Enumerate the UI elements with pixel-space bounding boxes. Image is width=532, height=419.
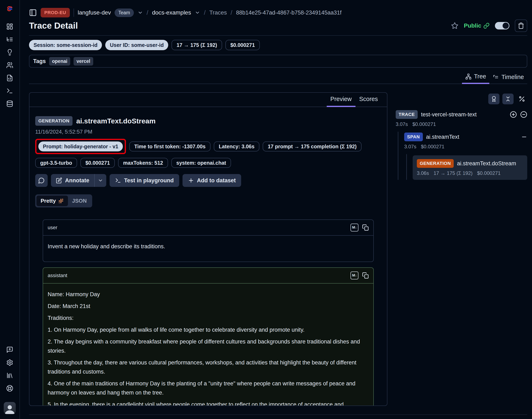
trace-children: SPAN ai.streamText 3.07s $0.000271 bbox=[398, 132, 527, 180]
tracing-icon[interactable] bbox=[6, 35, 14, 44]
breadcrumb-org[interactable]: langfuse-dev bbox=[78, 9, 111, 16]
observation-timestamp: 11/16/2024, 5:52:57 PM bbox=[35, 129, 381, 135]
feedback-icon[interactable] bbox=[6, 346, 14, 354]
markdown-toggle-icon[interactable]: M↓ bbox=[350, 223, 359, 232]
public-label: Public bbox=[464, 22, 481, 29]
assistant-message-tools: M↓ bbox=[350, 272, 369, 279]
collapse-all-circle-minus-icon[interactable] bbox=[520, 111, 527, 118]
edit-pen-icon bbox=[56, 177, 62, 183]
add-to-dataset-button[interactable]: Add to dataset bbox=[183, 174, 241, 187]
observation-header: GENERATION ai.streamText.doStream bbox=[35, 116, 381, 126]
trace-name: test-vercel-stream-text bbox=[421, 111, 477, 118]
trace-meta-row: Session: some-session-id User ID: some-u… bbox=[29, 40, 527, 50]
docs-library-icon[interactable] bbox=[6, 371, 14, 380]
assistant-message-card: assistant M↓ Name: Harmony Day Dat bbox=[43, 267, 374, 406]
breadcrumb-trace-id: 88b14e25-47ad-4867-b758-2349145aa31f bbox=[236, 10, 341, 16]
latency-badge: Latency: 3.06s bbox=[214, 142, 259, 151]
assistant-role-label: assistant bbox=[48, 273, 67, 278]
delete-trace-button[interactable] bbox=[515, 19, 527, 32]
assistant-line: 3. Throughout the day, there are various… bbox=[48, 358, 369, 376]
copy-icon[interactable] bbox=[362, 224, 369, 231]
model-badge: gpt-3.5-turbo bbox=[35, 158, 77, 168]
tab-preview[interactable]: Preview bbox=[327, 93, 356, 107]
datasets-database-icon[interactable] bbox=[6, 100, 14, 108]
sidebar-collapse-icon[interactable] bbox=[29, 9, 37, 17]
span-cost: $0.000271 bbox=[421, 144, 444, 150]
user-message-header: user M↓ bbox=[43, 220, 373, 235]
assistant-line: Date: March 21st bbox=[48, 301, 369, 311]
markdown-toggle-icon[interactable]: M↓ bbox=[350, 272, 359, 279]
plus-icon bbox=[188, 177, 194, 183]
span-stats: 3.07s $0.000271 bbox=[404, 144, 527, 150]
header-divider bbox=[29, 35, 527, 36]
test-in-playground-button[interactable]: Test in playground bbox=[110, 174, 179, 187]
assistant-line: 5. In the evening, there is a candleligh… bbox=[48, 400, 369, 406]
assistant-line: 4. One of the main traditions of Harmony… bbox=[48, 379, 369, 397]
generation-latency: 3.06s bbox=[417, 170, 429, 176]
annotate-dropdown-chevron-icon[interactable] bbox=[95, 174, 106, 187]
tree-actions bbox=[396, 93, 527, 104]
generation-type-badge: GENERATION bbox=[417, 159, 454, 168]
public-toggle[interactable] bbox=[495, 22, 509, 29]
outer-container-border bbox=[29, 414, 527, 415]
trace-tree-panel: TRACE test-vercel-stream-text 3.07 bbox=[396, 92, 527, 406]
timeline-icon bbox=[493, 74, 499, 80]
bookmark-star-icon[interactable] bbox=[451, 22, 458, 29]
tag-openai[interactable]: openai bbox=[49, 57, 70, 65]
playground-terminal-icon[interactable] bbox=[6, 87, 14, 95]
tab-timeline-label: Timeline bbox=[501, 74, 524, 80]
expand-all-circle-plus-icon[interactable] bbox=[510, 111, 517, 118]
tag-vercel[interactable]: vercel bbox=[74, 57, 93, 65]
comment-button[interactable] bbox=[35, 174, 48, 187]
users-icon[interactable] bbox=[6, 61, 14, 69]
generation-node-header: GENERATION ai.streamText.doStream bbox=[417, 159, 523, 168]
settings-gear-icon[interactable] bbox=[6, 358, 14, 367]
json-toggle[interactable]: JSON bbox=[68, 196, 91, 206]
org-chevron-down-icon[interactable] bbox=[137, 10, 143, 15]
breadcrumb-divider bbox=[74, 9, 74, 17]
sidebar-nav bbox=[0, 0, 20, 419]
annotate-button[interactable]: Annotate bbox=[51, 174, 94, 187]
tab-timeline[interactable]: Timeline bbox=[489, 73, 527, 84]
user-avatar[interactable] bbox=[4, 402, 16, 414]
langfuse-logo-icon[interactable] bbox=[6, 5, 14, 13]
token-usage-badge: 17 → 175 (Σ 192) bbox=[172, 40, 222, 50]
prompts-lightbulb-icon[interactable] bbox=[6, 48, 14, 56]
observation-name: ai.streamText.doStream bbox=[76, 117, 156, 125]
panel-tabs: Preview Scores bbox=[29, 93, 387, 107]
public-link[interactable]: Public bbox=[464, 22, 490, 29]
breadcrumb-traces[interactable]: Traces bbox=[210, 9, 227, 16]
support-lifebuoy-icon[interactable] bbox=[6, 384, 14, 393]
obs-cost-badge: $0.000271 bbox=[80, 158, 115, 168]
span-type-badge: SPAN bbox=[404, 132, 423, 141]
prompt-badge[interactable]: Prompt: holiday-generator - v1 bbox=[38, 142, 123, 151]
project-chevron-down-icon[interactable] bbox=[195, 10, 200, 15]
metrics-percent-icon[interactable] bbox=[517, 93, 527, 104]
dashboard-icon[interactable] bbox=[6, 22, 14, 31]
format-toggle: Pretty JSON bbox=[35, 194, 92, 208]
test-in-playground-label: Test in playground bbox=[124, 177, 174, 184]
span-node-row[interactable]: SPAN ai.streamText bbox=[404, 132, 527, 141]
trace-node-row[interactable]: TRACE test-vercel-stream-text bbox=[396, 110, 527, 119]
collapse-all-button[interactable] bbox=[502, 93, 514, 104]
tab-tree[interactable]: Tree bbox=[462, 73, 490, 84]
assistant-message-header: assistant M↓ bbox=[43, 268, 373, 283]
user-id-badge[interactable]: User ID: some-user-id bbox=[105, 40, 168, 50]
breadcrumb-separator: / bbox=[204, 9, 206, 16]
copy-icon[interactable] bbox=[362, 272, 369, 279]
system-badge: system: openai.chat bbox=[171, 158, 231, 168]
trace-type-badge: TRACE bbox=[396, 110, 418, 119]
generation-node-row[interactable]: GENERATION ai.streamText.doStream 3.06s … bbox=[413, 155, 527, 180]
pretty-toggle[interactable]: Pretty bbox=[37, 196, 68, 206]
breadcrumb: PROD-EU langfuse-dev Team / docs-example… bbox=[29, 7, 527, 18]
breadcrumb-separator: / bbox=[231, 9, 232, 16]
assistant-line: 2. The day begins with a community break… bbox=[48, 337, 369, 355]
annotate-award-button[interactable] bbox=[488, 93, 499, 104]
collapse-span-minus-icon[interactable] bbox=[521, 134, 527, 140]
tab-scores[interactable]: Scores bbox=[356, 93, 382, 107]
file-code-icon[interactable] bbox=[6, 74, 14, 82]
page-title: Trace Detail bbox=[29, 21, 78, 31]
session-badge[interactable]: Session: some-session-id bbox=[29, 40, 102, 50]
breadcrumb-project[interactable]: docs-examples bbox=[152, 9, 191, 16]
environment-badge[interactable]: PROD-EU bbox=[41, 8, 70, 17]
